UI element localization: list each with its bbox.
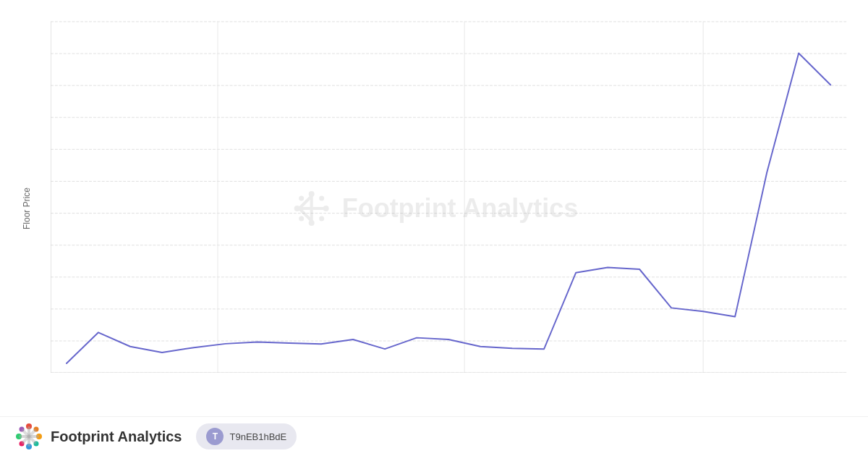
logo-area: Footprint Analytics — [14, 422, 182, 451]
logo-text: Footprint Analytics — [51, 428, 182, 445]
chart-svg: 05.0k10.0k15.0k20.0k25.0k30.0k35.0k40.0k… — [51, 14, 854, 373]
user-badge[interactable]: T T9nEB1hBdE — [196, 423, 297, 449]
footer: Footprint Analytics T T9nEB1hBdE — [0, 416, 868, 456]
chart-container: Floor Price — [0, 0, 868, 456]
y-axis-label: Floor Price — [22, 187, 32, 229]
badge-initial: T — [206, 428, 224, 445]
chart-area: Floor Price — [0, 0, 868, 416]
badge-label: T9nEB1hBdE — [229, 431, 286, 442]
logo-icon — [14, 422, 43, 451]
